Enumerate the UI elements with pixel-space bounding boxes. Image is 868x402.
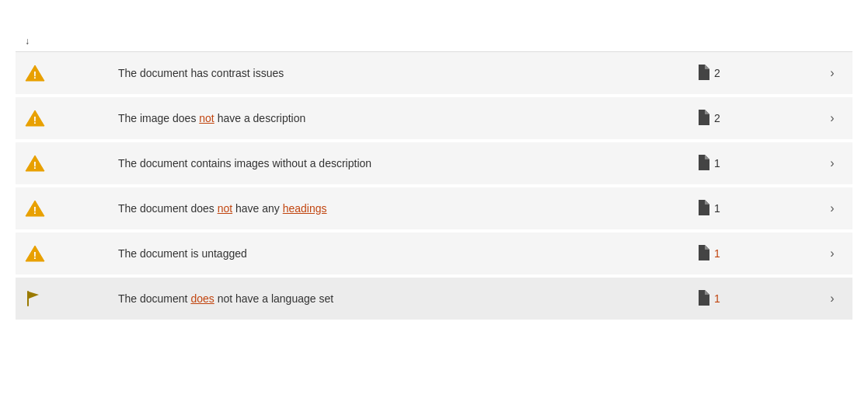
warning-icon: ! <box>25 64 118 82</box>
highlight-text: headings <box>283 202 327 215</box>
file-icon <box>697 200 709 218</box>
flag-icon <box>25 290 118 307</box>
svg-text:!: ! <box>33 159 37 171</box>
chevron-right-icon: › <box>821 246 843 260</box>
count-number: 1 <box>714 157 720 170</box>
severity-column-header[interactable]: ↓ <box>25 36 118 47</box>
content-count-cell: 2 <box>697 110 821 128</box>
svg-text:!: ! <box>33 250 37 261</box>
chevron-icon: › <box>830 111 834 125</box>
chevron-right-icon: › <box>821 111 843 125</box>
issue-text-segment: The document does <box>118 202 218 215</box>
content-count-cell: 1 <box>697 245 821 263</box>
table-row[interactable]: ! The document has contrast issues 2› <box>16 52 852 97</box>
warning-icon: ! <box>25 109 118 128</box>
issue-text-segment: not have a language set <box>214 292 333 305</box>
issue-text-segment: The document <box>118 292 190 305</box>
issue-text-segment: have any <box>232 202 283 215</box>
warning-icon: ! <box>25 154 118 173</box>
highlight-text: does <box>190 292 214 305</box>
file-icon <box>697 110 709 128</box>
sort-arrow-icon: ↓ <box>25 36 30 47</box>
count-number: 1 <box>714 292 720 305</box>
highlight-text: not <box>218 202 232 215</box>
chevron-icon: › <box>830 66 834 80</box>
warning-icon: ! <box>25 199 118 218</box>
count-number: 2 <box>714 112 720 124</box>
count-number: 1 <box>714 247 720 260</box>
chevron-right-icon: › <box>821 156 843 170</box>
issue-text: The document is untagged <box>118 247 697 260</box>
issue-text: The document does not have a language se… <box>118 292 697 305</box>
issue-text-segment: have a description <box>214 112 306 124</box>
svg-rect-5 <box>27 291 29 306</box>
file-icon <box>697 65 709 82</box>
count-number: 1 <box>714 202 720 215</box>
table-header: ↓ <box>16 31 852 52</box>
issues-list: ! The document has contrast issues 2› ! … <box>16 52 852 323</box>
issue-text: The document does not have any headings <box>118 202 697 215</box>
table-row[interactable]: ! The image does not have a description … <box>16 97 852 142</box>
table-row[interactable]: ! The document does not have any heading… <box>16 187 852 232</box>
table-row[interactable]: ! The document is untagged 1› <box>16 232 852 278</box>
issue-text: The document contains images without a d… <box>118 157 697 170</box>
count-number: 2 <box>714 67 720 79</box>
content-count-cell: 1 <box>697 155 821 173</box>
chevron-right-icon: › <box>821 201 843 215</box>
issue-text-segment: The document contains images without a d… <box>118 157 371 170</box>
svg-text:!: ! <box>33 204 37 216</box>
main-container: ↓ ! The document has contrast issues 2› … <box>0 0 868 402</box>
content-count-cell: 1 <box>697 200 821 218</box>
file-icon <box>697 245 709 263</box>
content-count-cell: 2 <box>697 65 821 82</box>
svg-text:!: ! <box>33 69 37 81</box>
warning-icon: ! <box>25 244 118 263</box>
table-row[interactable]: ! The document contains images without a… <box>16 142 852 187</box>
issue-text-segment: The image does <box>118 112 199 124</box>
issue-text-segment: The document is untagged <box>118 247 247 260</box>
svg-text:!: ! <box>33 114 37 126</box>
file-icon <box>697 155 709 173</box>
content-count-cell: 1 <box>697 290 821 308</box>
highlight-text: not <box>199 112 214 124</box>
chevron-icon: › <box>830 246 834 260</box>
chevron-right-icon: › <box>821 66 843 80</box>
table-row[interactable]: The document does not have a language se… <box>16 278 852 323</box>
chevron-right-icon: › <box>821 292 843 306</box>
chevron-icon: › <box>830 292 834 306</box>
issue-text-segment: The document has contrast issues <box>118 67 284 79</box>
issue-text: The document has contrast issues <box>118 67 697 79</box>
file-icon <box>697 290 709 308</box>
chevron-icon: › <box>830 156 834 170</box>
chevron-icon: › <box>830 201 834 215</box>
issue-text: The image does not have a description <box>118 112 697 124</box>
